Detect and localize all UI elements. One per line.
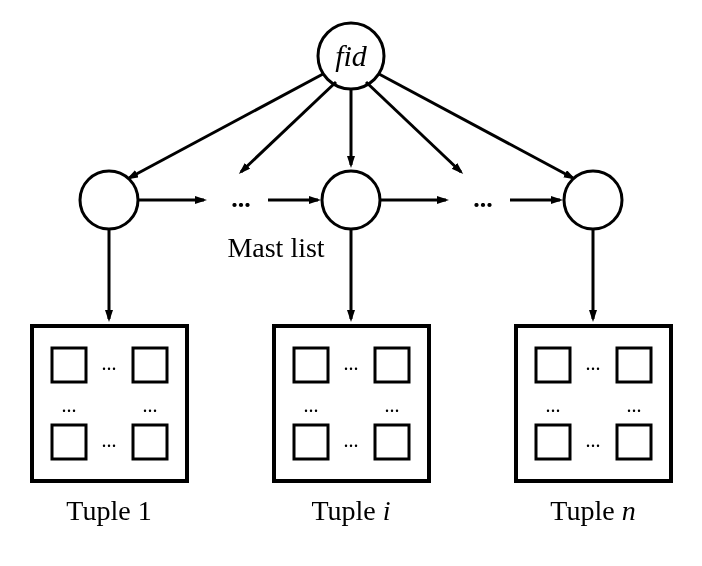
ellipsis-icon: ... <box>385 394 400 416</box>
list-node-1 <box>80 171 138 229</box>
ellipsis-icon: ... <box>627 394 642 416</box>
ellipsis-icon: ... <box>586 429 601 451</box>
cell-icon <box>294 425 328 459</box>
ellipsis-icon: ... <box>102 352 117 374</box>
root-node-label: fid <box>335 39 368 72</box>
ellipsis-icon: ... <box>546 394 561 416</box>
edge-root-to-gap-right <box>366 82 461 172</box>
list-node-i <box>322 171 380 229</box>
cell-icon <box>133 348 167 382</box>
ellipsis-icon: ... <box>102 429 117 451</box>
cell-icon <box>133 425 167 459</box>
cell-icon <box>52 348 86 382</box>
cell-icon <box>294 348 328 382</box>
diagram-canvas: fid ... ... Mast list <box>0 0 702 566</box>
ellipsis-icon: ... <box>304 394 319 416</box>
cell-icon <box>375 425 409 459</box>
edge-root-to-gap-left <box>241 82 336 172</box>
ellipsis-icon: ... <box>231 184 251 213</box>
ellipsis-icon: ... <box>586 352 601 374</box>
edge-root-to-node-1 <box>129 74 323 178</box>
cell-icon <box>52 425 86 459</box>
ellipsis-icon: ... <box>143 394 158 416</box>
ellipsis-icon: ... <box>62 394 77 416</box>
cell-icon <box>536 348 570 382</box>
edge-root-to-node-n <box>379 74 573 178</box>
tuple-i-label: Tuple i <box>311 495 390 526</box>
tuple-1-box: ... ... ... ... <box>32 326 187 481</box>
tuple-n-box: ... ... ... ... <box>516 326 671 481</box>
ellipsis-icon: ... <box>473 184 493 213</box>
tuple-i-box: ... ... ... ... <box>274 326 429 481</box>
tuple-n-label: Tuple n <box>550 495 635 526</box>
tuple-1-label: Tuple 1 <box>66 495 151 526</box>
ellipsis-icon: ... <box>344 352 359 374</box>
cell-icon <box>617 425 651 459</box>
list-node-n <box>564 171 622 229</box>
cell-icon <box>536 425 570 459</box>
mast-list-label: Mast list <box>227 232 324 263</box>
ellipsis-icon: ... <box>344 429 359 451</box>
root-node: fid <box>318 23 384 89</box>
cell-icon <box>617 348 651 382</box>
cell-icon <box>375 348 409 382</box>
